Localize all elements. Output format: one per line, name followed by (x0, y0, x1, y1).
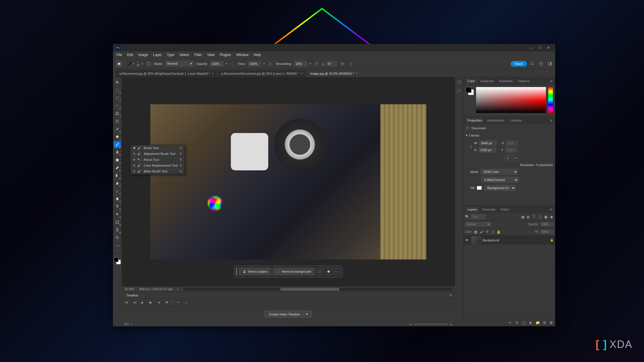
quick-select-tool[interactable] (114, 102, 121, 109)
orientation-portrait[interactable] (505, 155, 511, 161)
lock-paint-icon[interactable]: 🖌 (480, 230, 484, 234)
close-button[interactable]: ✕ (544, 45, 552, 51)
shape-tool[interactable] (114, 219, 121, 226)
tab-doc-3[interactable]: image.jpg @ 33.3% (RGB/8#) *× (307, 70, 361, 77)
canvas-y-input[interactable] (505, 147, 517, 153)
layer-lock-icon[interactable]: 🔒 (550, 238, 553, 242)
edit-toolbar[interactable]: ⋯ (114, 242, 121, 249)
gradient-tool[interactable] (114, 172, 121, 179)
color-panel-swatches[interactable] (466, 87, 474, 95)
menu-filter[interactable]: Filter (192, 52, 204, 58)
tl-transition-icon[interactable]: ▱ (183, 300, 189, 305)
eyedropper-tool[interactable] (114, 126, 121, 132)
tab-paths[interactable]: Paths (499, 207, 511, 212)
menu-select[interactable]: Select (177, 52, 191, 58)
move-tool[interactable] (114, 79, 121, 86)
menu-window[interactable]: Window (234, 52, 251, 58)
opacity-input[interactable] (210, 61, 223, 66)
tab-layers[interactable]: Layers (465, 207, 479, 212)
brush-preset[interactable]: ▾ (128, 62, 134, 66)
tl-render-icon[interactable]: ↗ (131, 323, 133, 326)
canvas-viewport[interactable]: Select subject Remove background ⋯ (122, 77, 455, 286)
angle-input[interactable] (327, 61, 337, 66)
tab-doc-1[interactable]: a-Recovered.jpg @ 25% (Brightness/Contra… (116, 70, 217, 77)
transform-icon[interactable] (317, 268, 323, 275)
tab-properties[interactable]: Properties (465, 118, 484, 123)
type-tool[interactable] (114, 203, 121, 210)
tab-doc-2[interactable]: a-Recovered-Recovered.jpg @ 25% (Layer 1… (218, 70, 306, 77)
frame-tool[interactable] (114, 118, 121, 125)
flyout-pencil-tool[interactable]: ✎Pencil ToolB (131, 157, 185, 163)
symmetry-icon[interactable] (348, 61, 354, 67)
create-timeline-button[interactable]: Create Video Timeline▾ (264, 311, 312, 318)
new-layer-icon[interactable]: ⊞ (543, 321, 547, 325)
comments-panel-icon[interactable] (457, 88, 462, 93)
close-icon[interactable]: × (301, 72, 303, 76)
canvas-section-toggle[interactable]: ▾ Canvas (466, 132, 553, 138)
layer-group-icon[interactable]: 📁 (536, 321, 540, 325)
panel-menu-icon[interactable]: ≡ (549, 79, 553, 83)
lock-artboard-icon[interactable]: ▢ (491, 230, 495, 234)
menu-file[interactable]: File (114, 52, 124, 58)
menu-layer[interactable]: Layer (151, 52, 164, 58)
search-icon[interactable] (529, 61, 536, 67)
lock-all-icon[interactable]: 🔒 (497, 230, 501, 234)
smoothing-options-icon[interactable] (313, 61, 320, 67)
healing-tool[interactable] (114, 133, 121, 140)
zoom-tool[interactable] (114, 234, 121, 241)
tab-swatches[interactable]: Swatches (478, 78, 496, 84)
menu-image[interactable]: Image (136, 52, 150, 58)
fill-select[interactable]: Background Color (484, 185, 516, 191)
tab-adjustments[interactable]: Adjustments (485, 118, 507, 123)
flyout-brush-tool[interactable]: 🖌Brush ToolB (131, 145, 185, 151)
tab-channels[interactable]: Channels (480, 207, 498, 212)
help-icon[interactable]: ? (538, 61, 544, 67)
airbrush-icon[interactable] (267, 61, 273, 67)
pressure-opacity-icon[interactable] (229, 61, 236, 67)
tl-rewind[interactable]: ◄ (156, 300, 161, 305)
tab-gradients[interactable]: Gradients (497, 78, 515, 84)
close-icon[interactable]: × (212, 72, 214, 76)
more-options-icon[interactable]: ⋯ (334, 268, 341, 275)
blur-tool[interactable] (114, 180, 121, 187)
tl-split-icon[interactable]: ✂ (175, 300, 181, 305)
lock-pixels-icon[interactable]: ▦ (474, 230, 478, 234)
fill-icon[interactable] (325, 268, 332, 275)
tl-audio-icon[interactable]: ✱ (164, 300, 169, 305)
filter-pixel-icon[interactable]: ▦ (521, 215, 525, 219)
flyout-color-replacement[interactable]: 🖌Color Replacement ToolB (131, 163, 185, 168)
maximize-button[interactable]: ☐ (536, 45, 544, 51)
share-button[interactable]: Share (511, 61, 527, 67)
tab-libraries[interactable]: Libraries (507, 118, 524, 123)
layer-fx-icon[interactable]: fx (515, 321, 519, 325)
zoom-value[interactable]: 33.33% (124, 288, 134, 291)
tl-play[interactable]: ▶ (140, 300, 145, 305)
layer-name[interactable]: Background (482, 238, 548, 242)
drag-handle[interactable] (236, 267, 237, 276)
layer-opacity-input[interactable] (541, 222, 553, 226)
marquee-tool[interactable] (114, 87, 121, 94)
layer-mask-icon[interactable]: ◯ (522, 321, 526, 325)
panel-menu-icon[interactable]: ≡ (448, 293, 453, 297)
panel-menu-icon[interactable]: ≡ (549, 207, 553, 212)
tab-color[interactable]: Color (465, 78, 477, 84)
filter-toggle-icon[interactable]: ◉ (549, 215, 553, 219)
layer-thumbnail[interactable] (471, 236, 481, 244)
flow-input[interactable] (248, 61, 261, 66)
brush-panel-icon[interactable] (145, 61, 152, 67)
brush-tool[interactable] (114, 141, 121, 148)
dodge-tool[interactable] (114, 188, 121, 195)
fg-color-swatch[interactable] (114, 257, 118, 262)
workspace-icon[interactable] (547, 61, 553, 67)
stamp-tool[interactable] (114, 149, 121, 156)
close-icon[interactable]: × (356, 72, 358, 76)
flyout-adjustment-brush[interactable]: 🖌Adjustment Brush ToolB (131, 151, 185, 157)
link-wh-icon[interactable]: ⟨ (470, 145, 472, 149)
color-mode-select[interactable]: RGB Color (481, 169, 518, 175)
menu-type[interactable]: Type (164, 52, 177, 58)
lock-position-icon[interactable]: ✢ (485, 230, 489, 234)
adjustment-layer-icon[interactable]: ◐ (529, 321, 533, 325)
menu-view[interactable]: View (205, 52, 217, 58)
layer-row[interactable]: 👁 Background 🔒 (463, 236, 555, 245)
flyout-mixer-brush[interactable]: 🖌Mixer Brush ToolB (131, 168, 185, 174)
